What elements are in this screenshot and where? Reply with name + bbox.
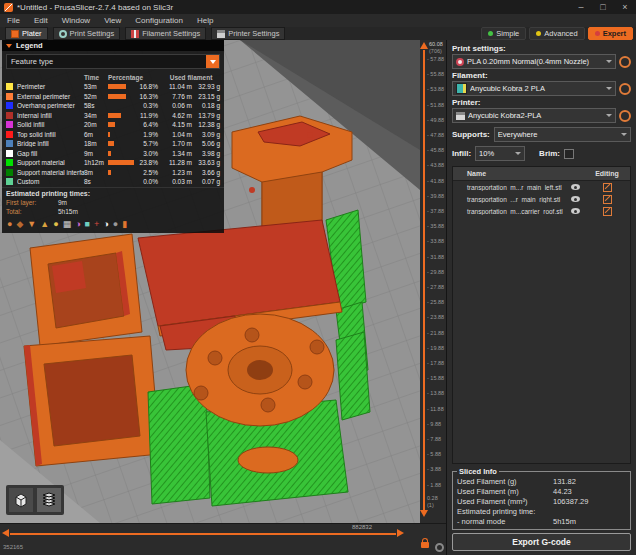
col-percentage: Percentage	[108, 74, 162, 81]
layers-view-button[interactable]	[37, 488, 61, 512]
tab-filament-settings[interactable]: Filament Settings	[125, 27, 206, 40]
minimize-button[interactable]: –	[570, 0, 592, 14]
maximize-button[interactable]: □	[592, 0, 614, 14]
layer-slider[interactable]: 60.08 (706) - 57.88- 55.88- 53.88- 51.88…	[420, 40, 446, 523]
legend-row: Perimeter53m16.8%11.04 m32.93 g	[2, 82, 224, 92]
custom-gcodes-icon[interactable]: +	[94, 219, 99, 229]
shells-icon[interactable]: ◑	[103, 219, 108, 229]
eye-icon[interactable]	[571, 196, 580, 202]
close-button[interactable]: ×	[614, 0, 636, 14]
feature-color-swatch	[6, 178, 13, 185]
menu-item-window[interactable]: Window	[55, 16, 97, 25]
layer-tick-label: - 3.88	[427, 466, 441, 472]
filament-combo[interactable]: Anycubic Kobra 2 PLA	[452, 81, 616, 96]
layer-tick-label: - 7.88	[427, 436, 441, 442]
menu-item-view[interactable]: View	[97, 16, 128, 25]
layer-tick-label: - 53.88	[427, 86, 444, 92]
move-slider-left-thumb[interactable]	[2, 529, 9, 537]
editing-icon[interactable]	[603, 207, 612, 216]
editing-column-header: Editing	[584, 170, 630, 177]
menu-item-configuration[interactable]: Configuration	[128, 16, 190, 25]
filament-label: Filament:	[452, 71, 631, 80]
mode-switcher: SimpleAdvancedExpert	[478, 27, 636, 40]
move-slider-track[interactable]	[10, 533, 396, 535]
mode-expert-button[interactable]: Expert	[588, 27, 633, 40]
seams-icon[interactable]: ●	[53, 219, 58, 229]
layer-slider-track[interactable]	[423, 50, 425, 512]
percentage-bar	[108, 84, 136, 89]
object-row[interactable]: transportation_m...carrier_roof.stl	[453, 205, 630, 217]
printer-settings-icon	[217, 30, 225, 38]
solid-cube-icon	[12, 491, 30, 509]
legend-toggle-icon[interactable]: ▮	[122, 219, 127, 229]
tab-strip: PlaterPrint SettingsFilament SettingsPri…	[0, 27, 285, 40]
brim-checkbox[interactable]	[564, 149, 574, 159]
editing-icon[interactable]	[603, 195, 612, 204]
layer-tick-label: - 49.88	[427, 117, 444, 123]
tab-print-settings[interactable]: Print Settings	[53, 27, 121, 40]
layer-tick-label: - 31.88	[427, 254, 444, 260]
collapse-arrow-icon	[6, 44, 12, 48]
tab-printer-settings[interactable]: Printer Settings	[211, 27, 285, 40]
object-row[interactable]: transportation_m...r_main_left.stl	[453, 181, 630, 193]
feature-color-swatch	[6, 121, 13, 128]
filament-gear-button[interactable]	[619, 83, 631, 95]
color-changes-icon[interactable]: ◑	[75, 219, 80, 229]
lock-icon[interactable]	[421, 542, 429, 548]
printer-label: Printer:	[452, 98, 631, 107]
feature-color-swatch	[6, 112, 13, 119]
supports-combo[interactable]: Everywhere	[494, 127, 631, 142]
export-gcode-button[interactable]: Export G-code	[452, 533, 631, 551]
view-type-value: Feature type	[7, 57, 206, 66]
pause-prints-icon[interactable]: ■	[85, 219, 90, 229]
object-row[interactable]: transportation_...r_main_right.stl	[453, 193, 630, 205]
percentage-bar	[108, 132, 136, 137]
travel-icon[interactable]: ●	[7, 219, 12, 229]
settings-gear-icon[interactable]	[435, 543, 444, 552]
object-list-header: Name Editing	[453, 167, 630, 181]
print-settings-combo[interactable]: PLA 0.20mm Normal(0.4mm Nozzle)	[452, 54, 616, 69]
view-type-select[interactable]: Feature type	[6, 54, 220, 69]
deretractions-icon[interactable]: ▲	[40, 219, 49, 229]
feature-color-swatch	[6, 83, 13, 90]
wipe-icon[interactable]: ◆	[16, 219, 23, 229]
eye-icon[interactable]	[571, 184, 580, 190]
layer-tick-label: - 9.88	[427, 421, 441, 427]
eye-icon[interactable]	[571, 208, 580, 214]
3d-view-button[interactable]	[9, 488, 33, 512]
tab-plater[interactable]: Plater	[5, 27, 48, 40]
print-settings-gear-button[interactable]	[619, 56, 631, 68]
layer-tick-label: - 5.88	[427, 451, 441, 457]
chevron-down-icon	[606, 60, 612, 63]
legend-row: Internal infill34m11.9%4.62 m13.79 g	[2, 111, 224, 121]
view-type-dropdown-button[interactable]	[206, 55, 219, 68]
legend-row: Bridge infill18m5.7%1.70 m5.06 g	[2, 139, 224, 149]
layer-slider-bottom-thumb[interactable]	[420, 510, 428, 517]
menu-item-edit[interactable]: Edit	[27, 16, 55, 25]
normal-mode-row: - normal mode 5h15m	[457, 516, 626, 526]
move-slider-right-thumb[interactable]	[397, 529, 404, 537]
printer-gear-button[interactable]	[619, 110, 631, 122]
move-slider-left-value: 352165	[3, 544, 23, 550]
percentage-bar	[108, 113, 136, 118]
legend-header[interactable]: Legend	[2, 40, 224, 51]
supports-label: Supports:	[452, 130, 490, 139]
menu-item-file[interactable]: File	[0, 16, 27, 25]
gcode-preview-viewport[interactable]: Legend Feature type Time Percentage Used…	[0, 40, 420, 523]
layer-top-value: 60.08	[429, 41, 443, 47]
printer-combo[interactable]: Anycubic Kobra2-PLA	[452, 108, 616, 123]
sliced-info-box: Sliced Info Used Filament (g)131.82Used …	[452, 467, 631, 530]
mode-simple-button[interactable]: Simple	[481, 27, 526, 40]
editing-icon[interactable]	[603, 183, 612, 192]
layer-slider-top-thumb[interactable]	[420, 42, 428, 49]
infill-combo[interactable]: 10%	[475, 146, 525, 161]
layer-tick-label: - 47.88	[427, 132, 444, 138]
mode-advanced-button[interactable]: Advanced	[529, 27, 584, 40]
legend-title: Legend	[16, 41, 43, 50]
tool-changes-icon[interactable]: ▦	[63, 219, 72, 229]
retractions-icon[interactable]: ▼	[27, 219, 36, 229]
feature-color-swatch	[6, 169, 13, 176]
menu-item-help[interactable]: Help	[190, 16, 220, 25]
layer-tick-label: - 15.88	[427, 375, 444, 381]
tool-marker-icon[interactable]: ●	[113, 219, 118, 229]
